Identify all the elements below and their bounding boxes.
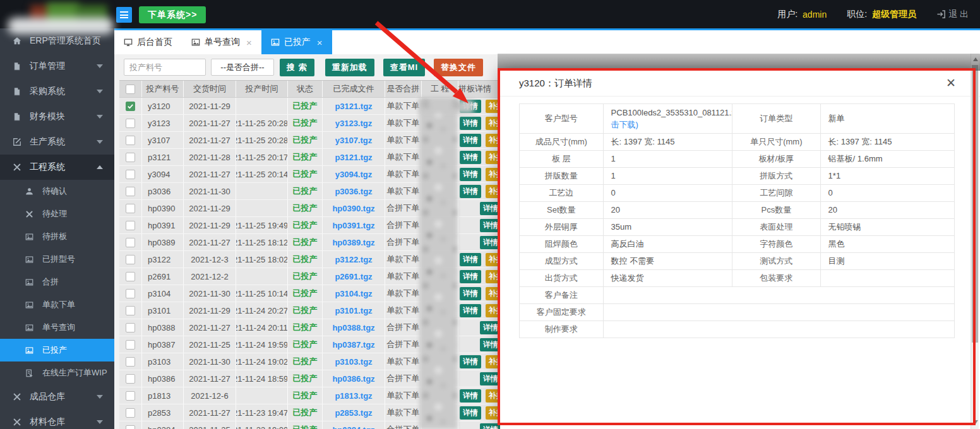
file-download-link[interactable]: p3104.tgz [335,289,372,298]
detail-button[interactable]: 详情 [460,151,481,164]
detail-button[interactable]: 详情 [460,134,481,147]
download-link[interactable]: (点击下载) [611,108,732,129]
sidebar-item-paneled-models[interactable]: 已拼型号 [0,248,114,271]
row-checkbox[interactable] [126,187,135,196]
row-checkbox[interactable] [126,272,135,281]
detail-value: 快递发货 [604,270,732,286]
detail-button[interactable]: 详情 [460,287,481,300]
row-checkbox[interactable] [126,357,135,367]
sidebar-item-engineering[interactable]: 工程系统 [0,155,114,180]
file-download-link[interactable]: p2853.tgz [335,408,372,418]
row-checkbox[interactable] [126,221,135,230]
scrollbar-thumb[interactable] [972,65,978,343]
sidebar-item-pending-process[interactable]: 待处理 [0,203,114,225]
file-download-link[interactable]: p3122.tgz [335,255,372,264]
file-download-link[interactable]: hp0391.tgz [332,221,374,230]
row-checkbox[interactable] [126,289,135,298]
file-download-link[interactable]: hp0386.tgz [332,374,374,384]
detail-button[interactable]: 详情 [460,168,481,181]
file-download-link[interactable]: p1813.tgz [335,391,372,401]
file-download-link[interactable]: y3094.tgz [335,170,373,179]
row-checkbox[interactable] [126,153,135,162]
detail-button[interactable]: 详情 [480,236,501,249]
tools-icon [13,418,24,426]
row-checkbox[interactable] [126,374,135,384]
detail-button[interactable]: 详情 [460,355,481,368]
search-button[interactable]: 搜 索 [280,59,314,76]
row-checkbox[interactable] [126,170,135,179]
file-download-link[interactable]: p3121.tgz [335,102,372,111]
reload-button[interactable]: 重新加载 [325,59,374,76]
sidebar-item-product-warehouse[interactable]: 成品仓库 [0,384,114,409]
detail-button[interactable]: 详情 [460,270,481,283]
detail-button[interactable]: 详情 [460,304,481,317]
scroll-down-arrow[interactable] [971,418,979,426]
file-download-link[interactable]: p3121.tgz [335,153,372,162]
detail-button[interactable]: 详情 [480,338,501,351]
row-checkbox[interactable] [126,323,135,332]
row-checkbox[interactable] [126,204,135,213]
sidebar-item-pending-panel[interactable]: 待拼板 [0,225,114,248]
row-checkbox[interactable] [126,306,135,315]
merge-filter-select[interactable]: --是否合拼-- [211,59,274,76]
file-download-link[interactable]: hp0388.tgz [332,323,374,332]
detail-button[interactable]: 详情 [460,389,481,403]
sidebar-item-pending-confirm[interactable]: 待确认 [0,180,114,203]
detail-value-2: 新单 [821,104,954,133]
detail-button[interactable]: 详情 [460,406,481,420]
tab-order-query[interactable]: 单号查询× [182,30,261,54]
file-download-link[interactable]: hp0389.tgz [332,238,374,247]
select-all-checkbox[interactable] [126,85,135,94]
menu-toggle-button[interactable] [116,7,132,23]
replace-file-button[interactable]: 替换文件 [434,59,483,76]
detail-button[interactable]: 详情 [480,321,501,334]
tab-close-icon[interactable]: × [317,37,323,48]
order-system-button[interactable]: 下单系统>> [139,6,206,23]
detail-button[interactable]: 详情 [480,202,501,215]
row-checkbox[interactable] [126,238,135,247]
row-checkbox[interactable] [126,408,135,418]
detail-button[interactable]: 详情 [460,117,481,130]
tab-close-icon[interactable]: × [246,37,252,48]
sidebar-item-single-order[interactable]: 单款下单 [0,293,114,316]
file-download-link[interactable]: p3103.tgz [335,357,372,367]
row-checkbox[interactable] [126,255,135,264]
sidebar-item-material-warehouse[interactable]: 材料仓库 [0,409,114,429]
sidebar-item-finance[interactable]: 财务模块 [0,104,114,129]
detail-button[interactable]: 详情 [460,253,481,266]
edit-icon [13,138,24,146]
sidebar-item-order-mgmt[interactable]: 订单管理 [0,54,114,79]
search-input[interactable] [124,59,206,76]
close-icon[interactable]: ✕ [946,77,956,89]
sidebar-item-wip[interactable]: 在线生产订单WIP [0,361,114,384]
sidebar-item-production[interactable]: 生产系统 [0,129,114,155]
row-checkbox[interactable] [126,340,135,350]
sidebar-item-erp-home[interactable]: ERP管理系统首页 [0,28,114,54]
detail-button[interactable]: 详情 [460,185,481,198]
tab-home[interactable]: 后台首页 [114,30,182,54]
logout-button[interactable]: 退 出 [936,9,969,20]
file-download-link[interactable]: p3036.tgz [335,187,372,196]
row-checkbox[interactable] [126,425,135,429]
file-download-link[interactable]: hp0390.tgz [332,204,374,213]
row-checkbox[interactable] [126,391,135,401]
detail-button[interactable]: 详情 [480,372,501,385]
sidebar-item-purchase[interactable]: 采购系统 [0,79,114,104]
row-checkbox[interactable] [126,119,135,128]
file-download-link[interactable]: hp0387.tgz [332,340,374,350]
row-checkbox[interactable] [126,136,135,145]
detail-button[interactable]: 详情 [480,219,501,232]
file-download-link[interactable]: y3107.tgz [335,136,373,145]
file-download-link[interactable]: hp0384.tgz [332,425,374,429]
file-download-link[interactable]: y3123.tgz [335,119,373,128]
detail-button[interactable]: 详情 [480,423,501,429]
row-checkbox[interactable] [126,102,135,111]
tab-in-production[interactable]: 已投产× [261,30,332,54]
view-mi-button[interactable]: 查看MI [383,59,425,76]
sidebar-item-order-query[interactable]: 单号查询 [0,316,114,339]
sidebar-item-combine[interactable]: 合拼 [0,271,114,293]
sidebar-item-in-production[interactable]: 已投产 [0,339,114,361]
file-download-link[interactable]: p3101.tgz [335,306,372,315]
vertical-scrollbar[interactable] [971,54,979,429]
file-download-link[interactable]: p2691.tgz [335,272,372,281]
